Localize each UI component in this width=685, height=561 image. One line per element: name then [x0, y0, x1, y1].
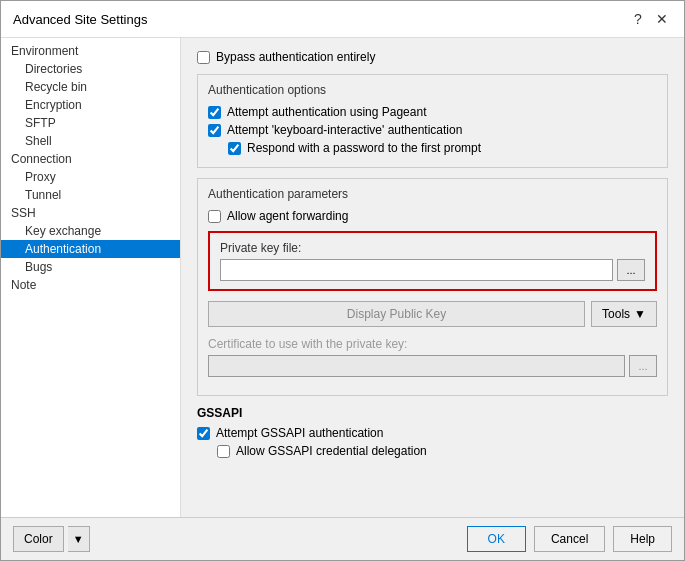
tools-button[interactable]: Tools ▼	[591, 301, 657, 327]
sidebar-item-proxy[interactable]: Proxy	[1, 168, 180, 186]
dialog: Advanced Site Settings ? ✕ EnvironmentDi…	[0, 0, 685, 561]
certificate-label: Certificate to use with the private key:	[208, 337, 657, 351]
bypass-auth-checkbox[interactable]	[197, 51, 210, 64]
sidebar-item-bugs[interactable]: Bugs	[1, 258, 180, 276]
help-button[interactable]: Help	[613, 526, 672, 552]
auth-options-group: Authentication options Attempt authentic…	[197, 74, 668, 168]
gssapi-delegate-label: Allow GSSAPI credential delegation	[236, 444, 427, 458]
gssapi-attempt-label: Attempt GSSAPI authentication	[216, 426, 383, 440]
auth-options-title: Authentication options	[208, 83, 657, 97]
private-key-input[interactable]	[220, 259, 613, 281]
auth-params-title: Authentication parameters	[208, 187, 657, 201]
dialog-footer: Color ▼ OK Cancel Help	[1, 517, 684, 560]
footer-right: OK Cancel Help	[467, 526, 672, 552]
sidebar-item-note[interactable]: Note	[1, 276, 180, 294]
sidebar-item-key-exchange[interactable]: Key exchange	[1, 222, 180, 240]
gssapi-title: GSSAPI	[197, 406, 668, 420]
sidebar-item-tunnel[interactable]: Tunnel	[1, 186, 180, 204]
certificate-section: Certificate to use with the private key:…	[208, 337, 657, 377]
sidebar-item-connection[interactable]: Connection	[1, 150, 180, 168]
color-button[interactable]: Color	[13, 526, 64, 552]
private-key-browse-button[interactable]: ...	[617, 259, 645, 281]
forwarding-label: Allow agent forwarding	[227, 209, 348, 223]
sidebar-item-encryption[interactable]: Encryption	[1, 96, 180, 114]
auth-params-group: Authentication parameters Allow agent fo…	[197, 178, 668, 396]
gssapi-delegate-checkbox[interactable]	[217, 445, 230, 458]
main-content: Bypass authentication entirely Authentic…	[181, 38, 684, 517]
sidebar-item-shell[interactable]: Shell	[1, 132, 180, 150]
title-bar: Advanced Site Settings ? ✕	[1, 1, 684, 38]
sidebar-item-recycle-bin[interactable]: Recycle bin	[1, 78, 180, 96]
certificate-browse-button[interactable]: ...	[629, 355, 657, 377]
sidebar-item-authentication[interactable]: Authentication	[1, 240, 180, 258]
close-button[interactable]: ✕	[652, 9, 672, 29]
tools-dropdown-arrow-icon: ▼	[634, 307, 646, 321]
private-key-label: Private key file:	[220, 241, 645, 255]
keyboard-label: Attempt 'keyboard-interactive' authentic…	[227, 123, 462, 137]
display-public-key-button[interactable]: Display Public Key	[208, 301, 585, 327]
sidebar-item-sftp[interactable]: SFTP	[1, 114, 180, 132]
gssapi-section: GSSAPI Attempt GSSAPI authentication All…	[197, 406, 668, 458]
private-key-input-row: ...	[220, 259, 645, 281]
pageant-checkbox[interactable]	[208, 106, 221, 119]
cancel-button[interactable]: Cancel	[534, 526, 605, 552]
bypass-auth-label: Bypass authentication entirely	[216, 50, 375, 64]
sidebar-item-environment[interactable]: Environment	[1, 42, 180, 60]
footer-left: Color ▼	[13, 526, 90, 552]
keyboard-checkbox[interactable]	[208, 124, 221, 137]
action-buttons-row: Display Public Key Tools ▼	[208, 301, 657, 327]
gssapi-attempt-checkbox[interactable]	[197, 427, 210, 440]
certificate-input[interactable]	[208, 355, 625, 377]
sidebar-item-directories[interactable]: Directories	[1, 60, 180, 78]
respond-checkbox[interactable]	[228, 142, 241, 155]
help-title-button[interactable]: ?	[628, 9, 648, 29]
dialog-body: EnvironmentDirectoriesRecycle binEncrypt…	[1, 38, 684, 517]
ok-button[interactable]: OK	[467, 526, 526, 552]
sidebar: EnvironmentDirectoriesRecycle binEncrypt…	[1, 38, 181, 517]
dialog-title: Advanced Site Settings	[13, 12, 147, 27]
forwarding-checkbox[interactable]	[208, 210, 221, 223]
title-controls: ? ✕	[628, 9, 672, 29]
respond-label: Respond with a password to the first pro…	[247, 141, 481, 155]
private-key-section: Private key file: ...	[208, 231, 657, 291]
pageant-label: Attempt authentication using Pageant	[227, 105, 426, 119]
sidebar-item-ssh[interactable]: SSH	[1, 204, 180, 222]
certificate-input-row: ...	[208, 355, 657, 377]
color-dropdown-button[interactable]: ▼	[68, 526, 90, 552]
